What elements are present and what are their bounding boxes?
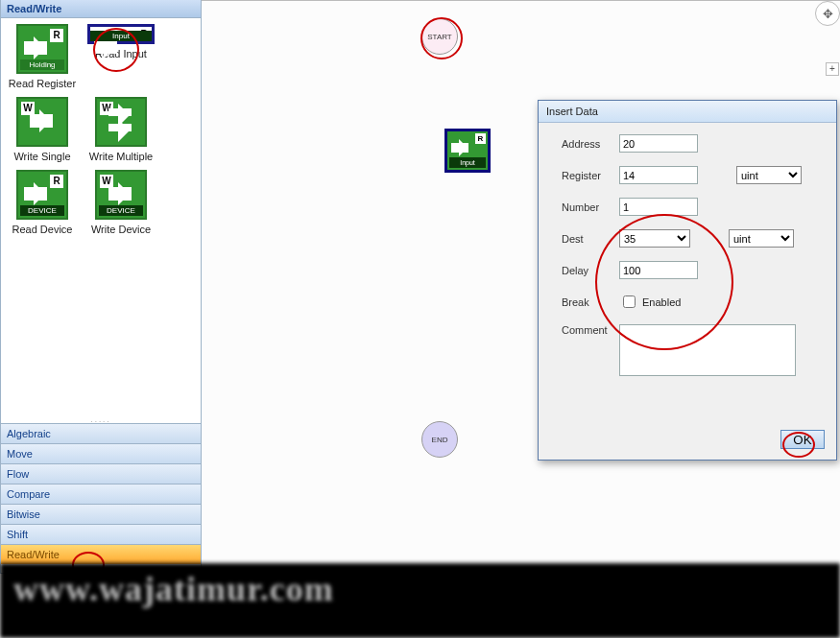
canvas-read-input-block[interactable]: R Input (444, 129, 491, 173)
break-label: Break (562, 296, 619, 308)
insert-data-dialog: Insert Data ‹ Click to Open Description … (538, 100, 837, 461)
number-input[interactable] (619, 198, 698, 216)
address-label: Address (562, 138, 619, 150)
tool-read-device[interactable]: RDEVICE Read Device (3, 170, 82, 235)
ok-button[interactable]: OK (780, 430, 825, 449)
register-input[interactable] (619, 166, 698, 184)
delay-input[interactable] (619, 261, 698, 279)
number-label: Number (562, 201, 619, 213)
end-node[interactable]: END (421, 421, 458, 458)
sidebar: Read/Write RHolding Read Register RInput… (0, 0, 202, 574)
arrow-icon (451, 143, 468, 153)
category-move[interactable]: Move (1, 443, 201, 463)
break-enabled-label: Enabled (642, 296, 681, 308)
watermark: www.wajatimur.com (0, 563, 840, 638)
pan-control-icon[interactable]: ✥ (815, 1, 840, 26)
category-read-write[interactable]: Read/Write (1, 544, 201, 564)
tool-write-multiple[interactable]: W Write Multiple (82, 97, 160, 162)
zoom-in-icon[interactable]: + (826, 62, 839, 76)
category-shift[interactable]: Shift (1, 524, 201, 544)
tool-write-device[interactable]: WDEVICE Write Device (82, 170, 160, 235)
tool-palette: RHolding Read Register RInput Read Input… (1, 18, 201, 417)
register-type-select[interactable]: uint (736, 166, 802, 184)
tool-read-input[interactable]: RInput Read Input (82, 24, 160, 89)
start-node[interactable]: START (421, 18, 458, 55)
comment-textarea[interactable] (619, 324, 796, 376)
tool-write-single[interactable]: W Write Single (3, 97, 82, 162)
dialog-title: Insert Data (539, 101, 836, 123)
dest-label: Dest (562, 233, 619, 245)
break-checkbox[interactable] (623, 295, 636, 308)
delay-label: Delay (562, 265, 619, 276)
category-bitwise[interactable]: Bitwise (1, 504, 201, 524)
category-algebraic[interactable]: Algebraic (1, 423, 201, 443)
category-flow[interactable]: Flow (1, 463, 201, 484)
address-input[interactable] (619, 134, 698, 153)
category-compare[interactable]: Compare (1, 484, 201, 504)
dest-type-select[interactable]: uint (729, 229, 794, 248)
dest-select[interactable]: 35 (619, 229, 690, 248)
register-label: Register (562, 170, 619, 181)
sidebar-title: Read/Write (1, 0, 201, 18)
comment-label: Comment (562, 324, 619, 336)
tool-read-register[interactable]: RHolding Read Register (3, 24, 82, 89)
